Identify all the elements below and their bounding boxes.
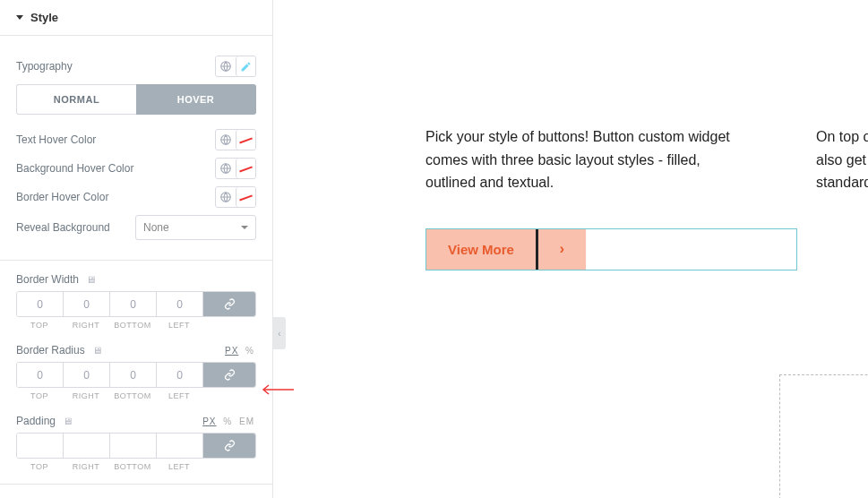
responsive-icon[interactable]: 🖥 bbox=[86, 274, 96, 285]
preview-button-label: View More bbox=[426, 229, 538, 270]
pencil-icon[interactable] bbox=[236, 56, 255, 76]
section-header[interactable]: Style bbox=[0, 0, 272, 36]
tab-normal[interactable]: NORMAL bbox=[16, 84, 136, 115]
globe-icon[interactable] bbox=[216, 159, 236, 178]
padding-left[interactable] bbox=[157, 434, 203, 458]
section-title: Style bbox=[30, 11, 58, 24]
padding-label: Padding bbox=[16, 415, 56, 427]
link-values-button[interactable] bbox=[203, 363, 255, 387]
border-radius-units: PX % bbox=[223, 346, 256, 356]
chevron-down-icon bbox=[241, 226, 248, 229]
preview-text: Pick your style of buttons! Button custo… bbox=[425, 125, 748, 194]
responsive-icon[interactable]: 🖥 bbox=[63, 416, 73, 426]
caret-down-icon bbox=[16, 15, 23, 20]
border-width-label: Border Width bbox=[16, 273, 79, 286]
empty-widget-placeholder[interactable] bbox=[779, 374, 868, 498]
border-hover-color-swatch[interactable] bbox=[236, 187, 255, 207]
style-panel: Style Typography NORMAL HOVER Text Hover… bbox=[0, 0, 273, 498]
globe-icon[interactable] bbox=[216, 187, 236, 207]
chevron-right-icon: › bbox=[538, 229, 586, 270]
typography-row: Typography bbox=[16, 56, 256, 77]
border-radius-right[interactable] bbox=[64, 363, 110, 387]
padding-top[interactable] bbox=[17, 434, 64, 458]
reveal-bg-select[interactable]: None bbox=[135, 215, 256, 240]
link-values-button[interactable] bbox=[203, 434, 255, 458]
responsive-icon[interactable]: 🖥 bbox=[92, 345, 102, 356]
bg-hover-color-label: Background Hover Color bbox=[16, 162, 133, 175]
border-width-bottom[interactable] bbox=[110, 292, 157, 316]
link-values-button[interactable] bbox=[203, 292, 255, 316]
border-width-right[interactable] bbox=[64, 292, 110, 316]
globe-icon[interactable] bbox=[216, 130, 236, 150]
preview-button[interactable]: View More › bbox=[425, 228, 797, 270]
padding-units: PX % EM bbox=[201, 416, 256, 426]
border-width-top[interactable] bbox=[17, 292, 64, 316]
tab-hover[interactable]: HOVER bbox=[136, 84, 256, 115]
typography-label: Typography bbox=[16, 60, 73, 73]
border-radius-bottom[interactable] bbox=[110, 363, 157, 387]
reveal-bg-label: Reveal Background bbox=[16, 221, 110, 234]
typography-controls bbox=[215, 56, 256, 77]
reveal-bg-value: None bbox=[143, 221, 169, 234]
border-radius-top[interactable] bbox=[17, 363, 64, 387]
unit-px[interactable]: PX bbox=[223, 346, 240, 356]
padding-right[interactable] bbox=[64, 434, 110, 458]
bg-hover-color-swatch[interactable] bbox=[236, 159, 255, 178]
border-width-block: Border Width 🖥 TOPRIGHTBOTTOMLEFT Border… bbox=[0, 261, 272, 485]
border-hover-color-label: Border Hover Color bbox=[16, 191, 108, 203]
border-width-left[interactable] bbox=[157, 292, 203, 316]
border-radius-label: Border Radius bbox=[16, 344, 85, 356]
state-tabs: NORMAL HOVER bbox=[16, 84, 256, 115]
unit-em[interactable]: EM bbox=[237, 416, 256, 426]
text-hover-color-swatch[interactable] bbox=[236, 130, 255, 150]
padding-bottom[interactable] bbox=[110, 434, 157, 458]
unit-percent[interactable]: % bbox=[244, 346, 256, 356]
typography-block: Typography NORMAL HOVER Text Hover Color… bbox=[0, 36, 272, 261]
unit-px[interactable]: PX bbox=[201, 416, 218, 426]
border-radius-left[interactable] bbox=[157, 363, 203, 387]
unit-percent[interactable]: % bbox=[221, 416, 234, 426]
text-hover-color-label: Text Hover Color bbox=[16, 133, 96, 146]
preview-text-right: On top of also get standard bbox=[816, 125, 868, 194]
globe-icon[interactable] bbox=[216, 56, 236, 76]
preview-canvas: Pick your style of buttons! Button custo… bbox=[273, 0, 868, 498]
